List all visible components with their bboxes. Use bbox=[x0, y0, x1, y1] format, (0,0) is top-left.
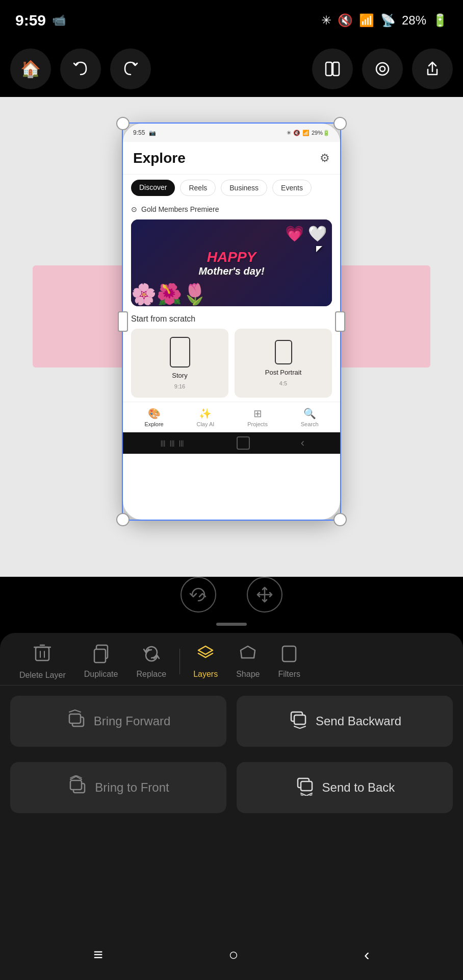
wifi-icon: 📶 bbox=[359, 13, 374, 28]
canvas-area[interactable]: 9:55 📷 ✳ 🔇 📶 29%🔋 Explore ⚙ Discover Ree… bbox=[0, 97, 463, 577]
gold-text: Gold Members Premiere bbox=[141, 205, 219, 213]
scratch-grid: Story 9:16 Post Portrait 4:5 bbox=[131, 329, 332, 398]
battery-icon: 🔋 bbox=[432, 13, 448, 28]
tab-duplicate[interactable]: Duplicate bbox=[75, 644, 127, 679]
svg-rect-1 bbox=[333, 62, 339, 76]
bring-to-front-button[interactable]: Bring to Front bbox=[10, 762, 226, 813]
clay-ai-nav-label: Clay AI bbox=[196, 421, 214, 427]
nav-explore[interactable]: 🎨 Explore bbox=[144, 407, 163, 427]
status-time: 9:59 bbox=[15, 12, 46, 29]
redo-button[interactable] bbox=[110, 48, 151, 89]
card-happy-text: HAPPY bbox=[198, 249, 264, 265]
device-home-icon[interactable]: ○ bbox=[228, 945, 238, 964]
home-menu-icon: ⫼⫼⫼ bbox=[159, 438, 186, 449]
scratch-section: Start from scratch Story 9:16 Post Portr… bbox=[123, 308, 340, 402]
tab-replace[interactable]: Replace bbox=[127, 644, 175, 679]
home-button[interactable]: 🏠 bbox=[10, 48, 51, 89]
filter-tabs: Discover Reels Business Events bbox=[123, 175, 340, 201]
move-button[interactable] bbox=[247, 577, 282, 612]
status-right-icons: ✳ 🔇 📶 📡 28% 🔋 bbox=[321, 13, 448, 28]
svg-marker-14 bbox=[241, 646, 255, 658]
tab-discover[interactable]: Discover bbox=[131, 180, 175, 196]
phone-mockup: 9:55 📷 ✳ 🔇 📶 29%🔋 Explore ⚙ Discover Ree… bbox=[122, 122, 341, 521]
action-row-2: Bring to Front Send to Back bbox=[0, 752, 463, 818]
svg-rect-0 bbox=[326, 62, 332, 76]
battery-percent: 28% bbox=[402, 13, 426, 28]
nav-search[interactable]: 🔍 Search bbox=[301, 407, 319, 427]
svg-rect-12 bbox=[94, 649, 106, 663]
top-toolbar: 🏠 bbox=[0, 41, 463, 97]
portrait-name: Post Portrait bbox=[265, 369, 302, 376]
panel-drag-handle[interactable] bbox=[216, 623, 247, 626]
undo-button[interactable] bbox=[60, 48, 101, 89]
nav-clay-ai[interactable]: ✨ Clay AI bbox=[196, 407, 214, 427]
filters-icon bbox=[280, 644, 298, 666]
send-backward-icon bbox=[288, 709, 308, 733]
tab-divider bbox=[179, 649, 180, 674]
tab-layers[interactable]: Layers bbox=[184, 644, 227, 679]
duplicate-label: Duplicate bbox=[84, 670, 118, 679]
tool-tabs: Delete Layer Duplicate Rep bbox=[0, 633, 463, 685]
settings-icon[interactable]: ⚙ bbox=[320, 152, 330, 165]
bring-forward-icon bbox=[66, 709, 87, 733]
send-to-back-label: Send to Back bbox=[322, 780, 395, 795]
tab-business[interactable]: Business bbox=[221, 180, 267, 196]
home-back-icon: ‹ bbox=[301, 436, 304, 450]
handle-top-right[interactable] bbox=[333, 117, 347, 130]
search-nav-label: Search bbox=[301, 421, 319, 427]
replace-label: Replace bbox=[136, 670, 166, 679]
svg-rect-7 bbox=[36, 647, 49, 660]
app-title: Explore bbox=[133, 150, 186, 166]
svg-rect-23 bbox=[301, 781, 312, 791]
shape-icon bbox=[239, 644, 256, 666]
filters-label: Filters bbox=[278, 670, 300, 679]
device-back-icon[interactable]: ‹ bbox=[364, 945, 370, 964]
svg-rect-17 bbox=[69, 714, 81, 723]
send-backward-button[interactable]: Send Backward bbox=[237, 696, 453, 747]
send-backward-label: Send Backward bbox=[316, 714, 401, 728]
nav-projects[interactable]: ⊞ Projects bbox=[247, 407, 268, 427]
home-circle-button[interactable] bbox=[237, 436, 250, 450]
bring-to-front-label: Bring to Front bbox=[95, 780, 169, 795]
tab-shape[interactable]: Shape bbox=[227, 644, 269, 679]
search-nav-icon: 🔍 bbox=[303, 407, 316, 420]
handle-bottom-right[interactable] bbox=[333, 513, 347, 526]
projects-nav-label: Projects bbox=[247, 421, 268, 427]
featured-card[interactable]: 🌸🌺🌷 HAPPY Mother's day! 💗 🤍 Mother's Day bbox=[131, 219, 332, 306]
scratch-item-story[interactable]: Story 9:16 bbox=[131, 329, 228, 398]
rotate-button[interactable] bbox=[181, 577, 216, 612]
story-icon bbox=[170, 337, 190, 368]
tab-events[interactable]: Events bbox=[272, 180, 312, 196]
phone-camera-icon: 📷 bbox=[149, 130, 156, 136]
svg-rect-21 bbox=[70, 780, 82, 790]
layers-label: Layers bbox=[193, 670, 218, 679]
svg-point-4 bbox=[380, 66, 385, 71]
gold-banner: ⊙ Gold Members Premiere bbox=[123, 201, 340, 217]
send-to-back-button[interactable]: Send to Back bbox=[237, 762, 453, 813]
bring-forward-button[interactable]: Bring Forward bbox=[10, 696, 226, 747]
replace-icon bbox=[143, 644, 160, 666]
share-button[interactable] bbox=[412, 48, 453, 89]
preview-button[interactable] bbox=[362, 48, 403, 89]
scratch-item-portrait[interactable]: Post Portrait 4:5 bbox=[235, 329, 332, 398]
tab-reels[interactable]: Reels bbox=[180, 180, 216, 196]
handle-bottom-left[interactable] bbox=[116, 513, 130, 526]
phone-time: 9:55 bbox=[133, 129, 145, 136]
app-header: Explore ⚙ bbox=[123, 142, 340, 175]
phone-wifi-icon: 📶 bbox=[302, 130, 310, 136]
card-flowers: 🌸🌺🌷 bbox=[131, 282, 208, 306]
phone-home-area: ⫼⫼⫼ ‹ bbox=[123, 432, 340, 454]
clay-ai-nav-icon: ✨ bbox=[199, 407, 212, 420]
explore-nav-icon: 🎨 bbox=[148, 407, 161, 420]
projects-nav-icon: ⊞ bbox=[253, 407, 262, 420]
tab-filters[interactable]: Filters bbox=[269, 644, 310, 679]
explore-nav-label: Explore bbox=[144, 421, 163, 427]
layers-icon bbox=[197, 644, 214, 666]
tab-delete-layer[interactable]: Delete Layer bbox=[10, 643, 75, 680]
split-button[interactable] bbox=[312, 48, 353, 89]
delete-layer-label: Delete Layer bbox=[19, 671, 66, 680]
phone-element[interactable]: 9:55 📷 ✳ 🔇 📶 29%🔋 Explore ⚙ Discover Ree… bbox=[122, 122, 341, 521]
bluetooth-icon: ✳ bbox=[321, 13, 331, 28]
svg-marker-13 bbox=[198, 646, 213, 654]
device-menu-icon[interactable]: ≡ bbox=[93, 945, 103, 964]
